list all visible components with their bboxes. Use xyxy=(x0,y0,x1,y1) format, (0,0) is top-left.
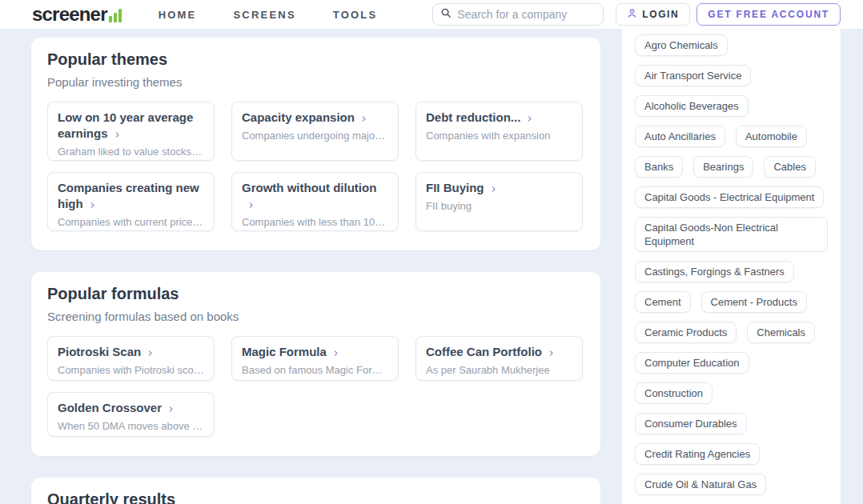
category-pill-credit-rating-agencies[interactable]: Credit Rating Agencies xyxy=(635,443,760,465)
theme-card-title: Growth without dilution xyxy=(242,181,376,194)
formula-card-description: Based on famous Magic Formula. xyxy=(242,363,388,377)
category-pill-ceramic-products[interactable]: Ceramic Products xyxy=(635,322,737,343)
formula-card-golden-crossover[interactable]: Golden Crossover When 50 DMA moves above… xyxy=(47,392,215,437)
company-search-box[interactable] xyxy=(432,3,604,26)
theme-card-description: FII buying xyxy=(426,199,572,213)
formula-card-title: Coffee Can Portfolio xyxy=(426,345,542,358)
theme-card-title: Capacity expansion xyxy=(242,110,355,124)
category-pill-crude-oil-natural-gas[interactable]: Crude Oil & Natural Gas xyxy=(635,474,766,495)
formulas-grid: Piotroski Scan Companies with Piotroski … xyxy=(47,336,584,437)
theme-card-description: Companies undergoing major capaci... xyxy=(242,129,388,142)
theme-card-growth-without-dilution[interactable]: Growth without dilution Companies with l… xyxy=(231,172,399,231)
login-button[interactable]: LOGIN xyxy=(616,3,690,26)
category-pill-construction[interactable]: Construction xyxy=(635,382,712,404)
chevron-right-icon xyxy=(114,126,121,140)
themes-grid: Low on 10 year average earnings Graham l… xyxy=(47,102,584,231)
theme-card-title: FII Buying xyxy=(426,181,484,194)
formula-card-description: As per Saurabh Mukherjee xyxy=(426,363,572,377)
industry-sidebar: Agro Chemicals Air Transport Service Alc… xyxy=(622,29,841,504)
theme-card-title: Debt reduction... xyxy=(426,110,520,124)
category-pill-alcoholic-beverages[interactable]: Alcoholic Beverages xyxy=(635,95,749,117)
category-pill-computer-education[interactable]: Computer Education xyxy=(635,352,749,374)
category-pill-air-transport-service[interactable]: Air Transport Service xyxy=(635,65,751,86)
theme-card-debt-reduction[interactable]: Debt reduction... Companies with expansi… xyxy=(415,102,583,161)
quarterly-results-section: Quarterly results xyxy=(31,478,600,504)
page-content: Popular themes Popular investing themes … xyxy=(0,29,863,504)
category-pill-capital-goods-electrical-equipment[interactable]: Capital Goods - Electrical Equipment xyxy=(635,186,824,208)
nav-link-screens[interactable]: SCREENS xyxy=(234,9,296,21)
formula-card-description: When 50 DMA moves above 200 D... xyxy=(58,419,204,433)
category-pill-auto-ancillaries[interactable]: Auto Ancillaries xyxy=(635,126,725,147)
main-column: Popular themes Popular investing themes … xyxy=(31,29,600,504)
formula-card-title: Golden Crossover xyxy=(58,401,162,414)
category-pill-cables[interactable]: Cables xyxy=(764,156,815,178)
person-icon xyxy=(627,8,637,21)
bar-chart-icon xyxy=(109,9,122,24)
popular-themes-title: Popular themes xyxy=(47,49,584,70)
chevron-right-icon xyxy=(490,181,497,194)
category-pill-agro-chemicals[interactable]: Agro Chemicals xyxy=(635,34,728,56)
category-pill-castings-forgings-fastners[interactable]: Castings, Forgings & Fastners xyxy=(635,261,794,282)
formula-card-coffee-can-portfolio[interactable]: Coffee Can Portfolio As per Saurabh Mukh… xyxy=(415,336,583,381)
theme-card-description: Companies with expansion xyxy=(426,129,572,142)
theme-card-description: Companies with less than 10% diluti... xyxy=(242,215,388,229)
logo-text: screener xyxy=(32,5,107,24)
chevron-right-icon xyxy=(147,345,154,358)
popular-formulas-subtitle: Screening formulas based on books xyxy=(47,309,584,325)
chevron-right-icon xyxy=(89,197,96,210)
popular-themes-subtitle: Popular investing themes xyxy=(47,74,584,90)
chevron-right-icon xyxy=(360,110,367,124)
popular-formulas-title: Popular formulas xyxy=(47,283,584,304)
category-pill-banks[interactable]: Banks xyxy=(635,156,683,178)
formula-card-title: Magic Formula xyxy=(242,345,327,358)
theme-card-companies-creating-new-high[interactable]: Companies creating new high Companies wi… xyxy=(47,172,215,231)
theme-card-description: Companies with current price aroun... xyxy=(58,215,204,229)
search-icon xyxy=(440,7,452,22)
formula-card-description: Companies with Piotroski score of 9... xyxy=(58,363,204,377)
chevron-right-icon xyxy=(548,345,555,358)
formula-card-title: Piotroski Scan xyxy=(58,345,141,358)
theme-card-title: Low on 10 year average earnings xyxy=(58,110,193,140)
chevron-right-icon xyxy=(526,110,533,124)
login-label: LOGIN xyxy=(642,9,679,20)
signup-label: GET FREE ACCOUNT xyxy=(708,9,829,20)
nav-link-tools[interactable]: TOOLS xyxy=(333,9,378,21)
formula-card-piotroski-scan[interactable]: Piotroski Scan Companies with Piotroski … xyxy=(47,336,215,381)
get-free-account-button[interactable]: GET FREE ACCOUNT xyxy=(696,3,841,26)
top-navbar: screener HOME SCREENS TOOLS LOGIN GET FR… xyxy=(0,0,863,29)
category-pill-automobile[interactable]: Automobile xyxy=(736,126,807,147)
quarterly-results-title: Quarterly results xyxy=(47,489,584,504)
search-input[interactable] xyxy=(457,8,596,21)
category-pill-consumer-durables[interactable]: Consumer Durables xyxy=(635,413,747,434)
category-pill-capital-goods-non-electrical-equipment[interactable]: Capital Goods-Non Electrical Equipment xyxy=(635,217,828,252)
theme-card-description: Graham liked to value stocks based ... xyxy=(58,145,204,158)
popular-themes-section: Popular themes Popular investing themes … xyxy=(31,38,600,250)
theme-card-capacity-expansion[interactable]: Capacity expansion Companies undergoing … xyxy=(231,102,399,161)
theme-card-low-on-10-year-average-earnings[interactable]: Low on 10 year average earnings Graham l… xyxy=(47,102,215,161)
chevron-right-icon xyxy=(167,401,175,414)
category-pill-cement[interactable]: Cement xyxy=(635,291,691,313)
chevron-right-icon xyxy=(247,197,255,210)
category-pill-bearings[interactable]: Bearings xyxy=(693,156,753,178)
theme-card-title: Companies creating new high xyxy=(58,181,199,210)
theme-card-fii-buying[interactable]: FII Buying FII buying xyxy=(415,172,583,231)
popular-formulas-section: Popular formulas Screening formulas base… xyxy=(31,272,600,456)
chevron-right-icon xyxy=(332,345,339,358)
category-pill-chemicals[interactable]: Chemicals xyxy=(747,322,815,343)
category-pill-cement-products[interactable]: Cement - Products xyxy=(701,291,807,313)
formula-card-magic-formula[interactable]: Magic Formula Based on famous Magic Form… xyxy=(231,336,399,381)
nav-link-home[interactable]: HOME xyxy=(159,9,197,21)
screener-logo[interactable]: screener xyxy=(32,5,122,24)
